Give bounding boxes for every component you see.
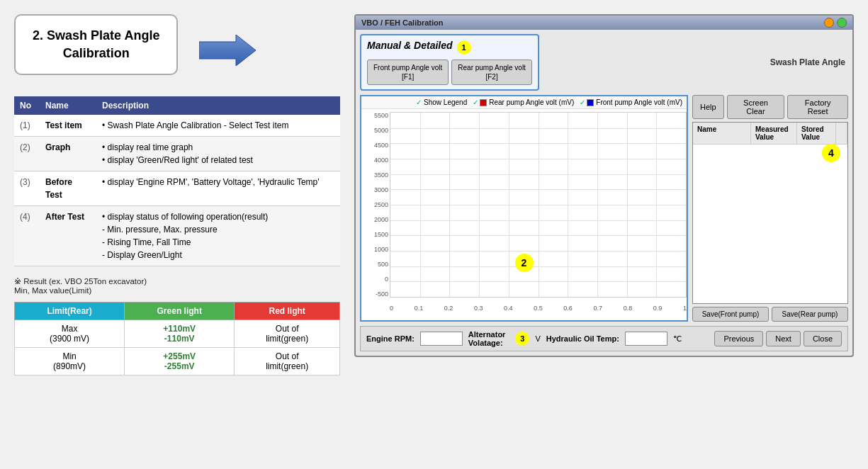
x-axis-label: 1 (683, 305, 687, 312)
table-row-name: Test item (40, 115, 96, 137)
limit-row-red: Out oflimit(green) (235, 320, 340, 348)
grid-line-v (656, 113, 657, 297)
limit-col-rear: Limit(Rear) (15, 303, 125, 320)
y-axis-label: 1000 (374, 246, 388, 253)
save-buttons: Save(Front pump) Save(Rear pump) (692, 307, 848, 322)
note: ※ Result (ex. VBO 25Ton excavator) Min, … (14, 276, 340, 295)
x-axis-label: 0.8 (624, 305, 633, 312)
rear-pump-tab[interactable]: Rear pump Angle volt[F2] (451, 60, 532, 85)
x-axis-label: 0.3 (474, 305, 483, 312)
hydraulic-temp-input[interactable] (625, 332, 667, 346)
x-axis-label: 0.7 (593, 305, 602, 312)
x-axis-label: 0.1 (415, 305, 424, 312)
screen-clear-button[interactable]: Screen Clear (727, 95, 785, 119)
x-axis-label: 0 (390, 305, 393, 312)
table-row-no: (1) (14, 115, 40, 137)
data-panel-header: Name MeasuredValue StoredValue (693, 123, 847, 145)
x-axis-label: 0.2 (444, 305, 453, 312)
title-arrow-row: 2. Swash Plate Angle Calibration (14, 14, 340, 86)
front-pump-tab[interactable]: Front pump Angle volt[F1] (367, 60, 449, 85)
top-section: Manual & Detailed 1 Front pump Angle vol… (360, 34, 848, 91)
limit-row-limit: Min(890mV) (15, 348, 125, 375)
col-name-header: Name (693, 123, 751, 144)
section-title: 2. Swash Plate Angle Calibration (14, 14, 178, 75)
table-row-name: Graph (40, 137, 96, 171)
y-axis-label: 4000 (374, 157, 388, 164)
grid-line-v (449, 113, 450, 297)
tab-panel: Manual & Detailed 1 Front pump Angle vol… (360, 34, 539, 91)
close-button[interactable]: Close (804, 331, 842, 346)
graph-area: ✓ Show Legend ✓ Rear pump Angle volt (mV… (360, 95, 688, 322)
legend-rear-label: Rear pump Angle volt (mV) (489, 98, 574, 106)
col-stored-header: StoredValue (797, 123, 836, 144)
col-description: Description (96, 96, 340, 115)
col-measured-header: MeasuredValue (751, 123, 797, 144)
arrow-icon (199, 35, 256, 66)
factory-reset-button[interactable]: Factory Reset (787, 95, 848, 119)
grid-line-v (420, 113, 421, 297)
limit-row-green: +255mV-255mV (125, 348, 235, 375)
y-axis-label: 2500 (374, 201, 388, 208)
tab-buttons: Front pump Angle volt[F1] Rear pump Angl… (367, 60, 532, 85)
y-axis-label: 5000 (374, 127, 388, 134)
table-row-desc: • display real time graph• display 'Gree… (96, 137, 340, 171)
col-name: Name (40, 96, 96, 115)
legend-rear-color (480, 99, 487, 106)
next-button[interactable]: Next (766, 331, 801, 346)
limit-row-green: +110mV-110mV (125, 320, 235, 348)
legend-rear-check[interactable]: ✓ (473, 98, 478, 106)
limit-row-red: Out oflimit(green) (235, 348, 340, 375)
maximize-icon[interactable] (837, 18, 847, 28)
y-axis-label: 5500 (374, 112, 388, 119)
table-row-desc: • Swash Plate Angle Calibration - Select… (96, 115, 340, 137)
x-axis-label: 0.4 (504, 305, 513, 312)
show-legend-check[interactable]: ✓ (416, 98, 422, 106)
alternator-unit: V (535, 334, 540, 343)
mode-label: Manual & Detailed (367, 40, 453, 51)
show-legend-label: Show Legend (424, 98, 467, 106)
legend-front: ✓ Front pump Angle volt (mV) (580, 98, 682, 106)
alternator-label: AlternatorVolatage: (468, 330, 506, 347)
data-panel: Name MeasuredValue StoredValue 4 (692, 122, 848, 304)
engine-rpm-input[interactable] (420, 332, 463, 346)
limit-table: Limit(Rear) Green light Red light Max(39… (14, 302, 340, 375)
window-controls (824, 18, 847, 28)
svg-marker-0 (199, 35, 256, 66)
engine-rpm-label: Engine RPM: (366, 334, 415, 343)
table-row-no: (3) (14, 171, 40, 206)
left-panel: 2. Swash Plate Angle Calibration No N (14, 14, 340, 375)
previous-button[interactable]: Previous (714, 331, 763, 346)
grid-line-v (479, 113, 480, 297)
legend-front-color (587, 99, 594, 106)
save-front-pump-button[interactable]: Save(Front pump) (692, 307, 769, 322)
legend-front-check[interactable]: ✓ (580, 98, 585, 106)
label-3: 3 (515, 332, 529, 346)
help-button[interactable]: Help (692, 95, 724, 119)
help-buttons: Help Screen Clear Factory Reset (692, 95, 848, 119)
window-title: VBO / FEH Calibration (361, 18, 444, 27)
grid-line-v (509, 113, 509, 297)
minimize-icon[interactable] (824, 18, 834, 28)
x-axis: 00.10.20.30.40.50.60.70.80.91 (390, 305, 687, 312)
right-panel: Help Screen Clear Factory Reset Name Mea… (692, 95, 848, 322)
col-extra-header (836, 123, 847, 144)
limit-col-green: Green light (125, 303, 235, 320)
grid-line-v (539, 113, 539, 297)
hydraulic-label: Hydraulic Oil Temp: (546, 334, 619, 343)
x-axis-label: 0.9 (653, 305, 663, 312)
grid-line-v (627, 113, 628, 297)
table-row-desc: • display status of following operation(… (96, 206, 340, 266)
y-axis-label: 3500 (374, 171, 388, 179)
calibration-window: VBO / FEH Calibration Manual & Detailed … (354, 14, 854, 357)
x-axis-label: 0.5 (534, 305, 543, 312)
y-axis-label: 3000 (374, 186, 388, 193)
label-1: 1 (457, 40, 471, 55)
save-rear-pump-button[interactable]: Save(Rear pump) (772, 307, 848, 322)
grid-line-v (568, 113, 568, 297)
info-table: No Name Description (1) Test item • Swas… (14, 96, 340, 266)
limit-col-red: Red light (235, 303, 340, 320)
y-axis-label: 1500 (374, 231, 388, 238)
grid-line-v (597, 113, 598, 297)
y-axis-label: 4500 (374, 142, 388, 149)
limit-row-limit: Max(3900 mV) (15, 320, 125, 348)
